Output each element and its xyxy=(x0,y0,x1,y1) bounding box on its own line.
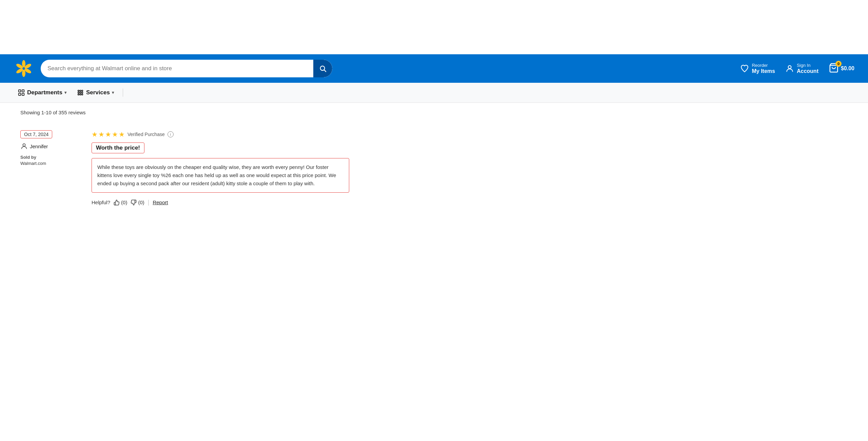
reorder-label-bottom: My Items xyxy=(752,68,775,74)
svg-rect-10 xyxy=(19,90,21,92)
reviewer-name: Jennifer xyxy=(30,143,48,149)
svg-rect-11 xyxy=(22,90,24,92)
svg-point-20 xyxy=(78,94,79,95)
sold-by-info: Sold by Walmart.com xyxy=(20,154,75,166)
info-icon[interactable]: i xyxy=(167,131,174,137)
star-2: ★ xyxy=(98,130,104,138)
review-card: Oct 7, 2024 Jennifer Sold by Walmart.com… xyxy=(20,123,387,213)
subnav-divider xyxy=(123,89,123,97)
services-label: Services xyxy=(86,89,110,96)
report-button[interactable]: Report xyxy=(153,199,168,205)
search-icon xyxy=(319,65,327,72)
departments-label: Departments xyxy=(27,89,62,96)
thumbs-down-button[interactable]: (0) xyxy=(131,199,144,206)
search-bar xyxy=(41,60,332,77)
nav-actions: Reorder My Items Sign In Account xyxy=(740,63,854,75)
cart-icon-container: 0 xyxy=(829,63,839,74)
svg-point-14 xyxy=(78,90,79,92)
review-body: While these toys are obviously on the ch… xyxy=(92,158,349,193)
departments-menu[interactable]: Departments ▾ xyxy=(14,86,71,99)
review-content: ★ ★ ★ ★ ★ Verified Purchase i Worth the … xyxy=(92,130,387,206)
svg-point-18 xyxy=(80,92,81,93)
departments-grid-icon xyxy=(18,89,25,96)
reviewer-avatar-icon xyxy=(20,142,28,150)
reviewer-info: Jennifer xyxy=(20,142,75,150)
review-meta: Oct 7, 2024 Jennifer Sold by Walmart.com xyxy=(20,130,75,206)
svg-point-17 xyxy=(78,92,79,93)
thumbs-down-icon xyxy=(131,199,137,206)
walmart-logo xyxy=(14,58,34,79)
departments-chevron-icon: ▾ xyxy=(64,90,66,95)
signin-text: Sign In Account xyxy=(797,63,818,75)
reorder-text: Reorder My Items xyxy=(752,63,775,75)
signin-label-bottom: Account xyxy=(797,68,818,74)
reorder-my-items-link[interactable]: Reorder My Items xyxy=(740,63,775,75)
showing-text: Showing 1-10 of 355 reviews xyxy=(20,110,387,115)
thumbs-up-button[interactable]: (0) xyxy=(114,199,127,206)
search-input[interactable] xyxy=(41,65,313,72)
review-date: Oct 7, 2024 xyxy=(20,130,52,138)
services-chevron-icon: ▾ xyxy=(112,90,114,95)
services-menu[interactable]: Services ▾ xyxy=(73,86,118,99)
review-title: Worth the price! xyxy=(92,142,144,153)
subnav: Departments ▾ Services ▾ xyxy=(0,83,868,103)
sign-in-account-link[interactable]: Sign In Account xyxy=(785,63,818,75)
services-grid-icon xyxy=(77,89,84,96)
svg-point-23 xyxy=(23,144,25,146)
cart-price: $0.00 xyxy=(841,65,854,72)
svg-point-21 xyxy=(80,94,81,95)
verified-text: Verified Purchase xyxy=(127,132,165,137)
svg-point-15 xyxy=(80,90,81,92)
stars-row: ★ ★ ★ ★ ★ Verified Purchase i xyxy=(92,130,387,138)
search-bar-wrapper xyxy=(41,60,332,77)
svg-rect-13 xyxy=(22,93,24,95)
sold-by-value: Walmart.com xyxy=(20,161,46,166)
cart-wrapper[interactable]: 0 $0.00 xyxy=(829,63,854,74)
thumbs-up-count: (0) xyxy=(121,199,127,205)
thumbs-down-count: (0) xyxy=(138,199,144,205)
signin-label-top: Sign In xyxy=(797,63,818,68)
person-icon xyxy=(785,64,794,73)
navbar: Reorder My Items Sign In Account xyxy=(0,54,868,83)
star-5: ★ xyxy=(119,130,125,138)
svg-point-16 xyxy=(82,90,83,92)
review-section: Showing 1-10 of 355 reviews Oct 7, 2024 … xyxy=(0,103,407,233)
cart-badge: 0 xyxy=(835,61,842,67)
svg-point-8 xyxy=(788,65,791,69)
svg-rect-12 xyxy=(19,93,21,95)
star-rating: ★ ★ ★ ★ ★ xyxy=(92,130,125,138)
svg-point-0 xyxy=(22,60,25,68)
thumbs-up-icon xyxy=(114,199,120,206)
reorder-label-top: Reorder xyxy=(752,63,775,68)
svg-point-3 xyxy=(22,70,25,77)
search-button[interactable] xyxy=(313,60,332,77)
svg-point-19 xyxy=(82,92,83,93)
helpful-label: Helpful? xyxy=(92,199,110,205)
helpful-row: Helpful? (0) (0) | Report xyxy=(92,199,387,206)
helpful-divider: | xyxy=(148,199,150,206)
sold-by-label: Sold by xyxy=(20,155,36,160)
star-4: ★ xyxy=(112,130,118,138)
svg-line-7 xyxy=(324,70,326,72)
star-1: ★ xyxy=(92,130,98,138)
heart-icon xyxy=(740,64,749,73)
star-3: ★ xyxy=(105,130,111,138)
svg-point-22 xyxy=(82,94,83,95)
top-spacer xyxy=(0,0,868,54)
